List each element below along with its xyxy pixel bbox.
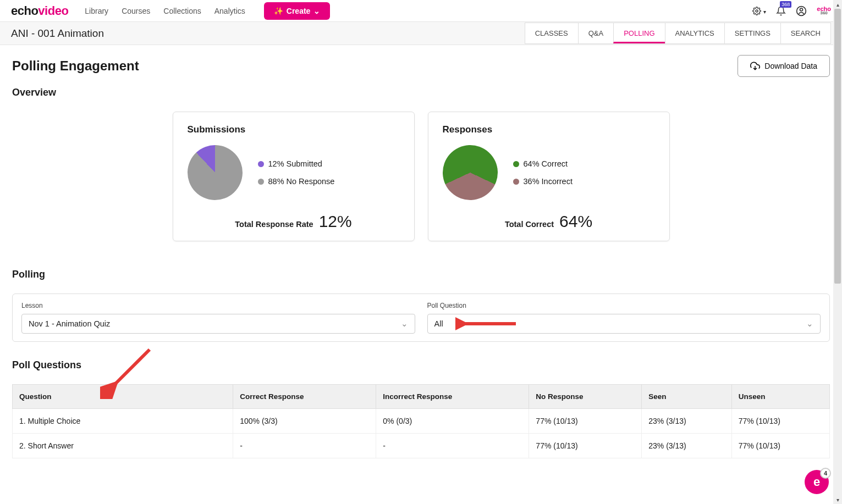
logo[interactable]: echovideo	[11, 4, 85, 18]
poll-questions-title: Poll Questions	[12, 359, 830, 371]
poll-questions-table: Question Correct Response Incorrect Resp…	[12, 384, 830, 458]
course-title: ANI - 001 Animation	[11, 27, 104, 40]
lesson-filter-label: Lesson	[21, 302, 415, 309]
subheader: ANI - 001 Animation CLASSES Q&A POLLING …	[0, 22, 842, 45]
col-correct[interactable]: Correct Response	[233, 385, 376, 409]
overview-cards: Submissions 12% Submitted 88% No Respons…	[12, 112, 830, 241]
submissions-legend: 12% Submitted 88% No Response	[258, 159, 335, 186]
main-content: Polling Engagement Download Data Overvie…	[0, 45, 842, 480]
notifications-button[interactable]: 368	[776, 5, 786, 16]
total-correct-label: Total Correct	[505, 220, 554, 229]
dot-noresponse	[258, 179, 264, 185]
lesson-select[interactable]: Nov 1 - Animation Quiz ⌄	[21, 314, 415, 334]
responses-card: Responses 64% Correct 36% Incorrect Tota…	[428, 112, 670, 241]
total-correct-value: 64%	[559, 212, 592, 230]
question-filter-label: Poll Question	[427, 302, 821, 309]
nav-collections[interactable]: Collections	[163, 7, 201, 15]
course-tabs: CLASSES Q&A POLLING ANALYTICS SETTINGS S…	[525, 23, 831, 44]
dot-submitted	[258, 161, 264, 167]
logo-video: video	[38, 4, 68, 18]
total-response-label: Total Response Rate	[235, 220, 313, 229]
topbar: echovideo Library Courses Collections An…	[0, 0, 842, 22]
create-label: Create	[287, 7, 311, 15]
filter-box: Lesson Nov 1 - Animation Quiz ⌄ Poll Que…	[12, 293, 830, 342]
chevron-down-icon: ⌄	[401, 319, 408, 328]
topbar-right: ▾ 368 echo 360	[752, 5, 831, 16]
logo-echo: echo	[11, 4, 38, 18]
help-count: 4	[820, 468, 831, 479]
primary-nav: Library Courses Collections Analytics ✨ …	[85, 2, 330, 20]
scroll-up-icon[interactable]: ▴	[833, 0, 842, 9]
tab-qa[interactable]: Q&A	[578, 23, 613, 43]
caret-down-icon: ▾	[763, 9, 766, 15]
notification-badge: 368	[780, 1, 791, 8]
account-button[interactable]	[796, 5, 807, 16]
wand-icon: ✨	[274, 7, 283, 15]
polling-title: Polling	[12, 269, 830, 280]
nav-library[interactable]: Library	[85, 7, 108, 15]
question-select[interactable]: All ⌄	[427, 314, 821, 334]
col-question[interactable]: Question	[13, 385, 233, 409]
table-row[interactable]: 1. Multiple Choice 100% (3/3) 0% (0/3) 7…	[13, 409, 830, 434]
tab-polling[interactable]: POLLING	[613, 23, 664, 43]
tab-analytics[interactable]: ANALYTICS	[665, 23, 724, 43]
tab-classes[interactable]: CLASSES	[525, 23, 578, 43]
col-unseen[interactable]: Unseen	[731, 385, 829, 409]
scrollbar[interactable]: ▴ ▾	[833, 0, 842, 480]
tab-settings[interactable]: SETTINGS	[724, 23, 780, 43]
table-row[interactable]: 2. Short Answer - - 77% (10/13) 23% (3/1…	[13, 434, 830, 458]
echo360-logo[interactable]: echo 360	[817, 7, 831, 15]
lesson-select-value: Nov 1 - Animation Quiz	[29, 319, 110, 328]
settings-menu[interactable]: ▾	[752, 6, 766, 16]
chevron-down-icon: ⌄	[806, 319, 813, 328]
question-select-value: All	[434, 319, 443, 328]
responses-heading: Responses	[443, 124, 655, 135]
dot-incorrect	[513, 179, 519, 185]
svg-point-0	[756, 10, 758, 12]
download-cloud-icon	[750, 61, 760, 71]
echo-e-icon: e	[813, 475, 820, 480]
total-response-value: 12%	[319, 212, 352, 230]
nav-analytics[interactable]: Analytics	[214, 7, 245, 15]
dot-correct	[513, 161, 519, 167]
submissions-heading: Submissions	[188, 124, 400, 135]
col-seen[interactable]: Seen	[642, 385, 731, 409]
submissions-pie	[176, 134, 254, 211]
overview-title: Overview	[12, 87, 830, 98]
col-noresponse[interactable]: No Response	[529, 385, 642, 409]
scroll-thumb[interactable]	[834, 9, 841, 284]
page-title: Polling Engagement	[12, 58, 139, 74]
chevron-down-icon: ⌄	[313, 7, 320, 15]
download-label: Download Data	[764, 62, 817, 70]
create-button[interactable]: ✨ Create ⌄	[264, 2, 331, 20]
download-button[interactable]: Download Data	[738, 55, 830, 77]
svg-point-2	[800, 8, 803, 11]
annotation-arrow-icon	[455, 315, 516, 332]
responses-legend: 64% Correct 36% Incorrect	[513, 159, 573, 186]
col-incorrect[interactable]: Incorrect Response	[376, 385, 529, 409]
tab-search[interactable]: SEARCH	[780, 23, 830, 43]
user-icon	[796, 5, 807, 16]
responses-pie	[433, 136, 507, 209]
gear-icon	[752, 7, 761, 15]
nav-courses[interactable]: Courses	[122, 7, 150, 15]
submissions-card: Submissions 12% Submitted 88% No Respons…	[173, 112, 415, 241]
